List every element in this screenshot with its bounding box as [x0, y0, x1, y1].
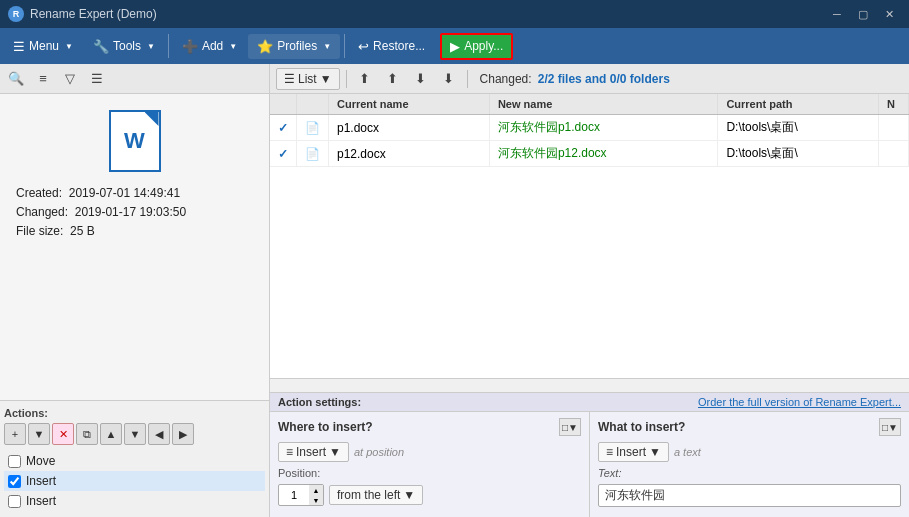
down-action-button[interactable]: ▼ [124, 423, 146, 445]
profiles-label: Profiles [277, 39, 317, 53]
maximize-button[interactable]: ▢ [851, 4, 875, 24]
tools-dropdown-arrow: ▼ [147, 42, 155, 51]
where-window-btn[interactable]: □▼ [559, 418, 581, 436]
sort-down-icon[interactable]: ⬇ [409, 68, 433, 90]
what-insert-row: ≡ Insert ▼ a text [598, 442, 901, 462]
current-path-2: D:\tools\桌面\ [718, 141, 879, 167]
sort-desc-icon[interactable]: ⬆ [381, 68, 405, 90]
restore-button[interactable]: ↩ Restore... [349, 34, 434, 59]
file-table-wrap[interactable]: Current name New name Current path N ✓ 📄… [270, 94, 909, 378]
col-new-name[interactable]: New name [489, 94, 717, 115]
n-cell-1 [879, 115, 909, 141]
table-row: ✓ 📄 p12.docx 河东软件园p12.docx D:\tools\桌面\ [270, 141, 909, 167]
sort-asc-icon[interactable]: ⬆ [353, 68, 377, 90]
action-settings-label: Action settings: [278, 396, 361, 408]
move-right-action-button[interactable]: ▶ [172, 423, 194, 445]
action-insert-2: Insert [4, 491, 265, 511]
actions-label: Actions: [4, 407, 265, 419]
minimize-button[interactable]: ─ [825, 4, 849, 24]
action-insert-1: Insert [4, 471, 265, 491]
profiles-dropdown-arrow: ▼ [323, 42, 331, 51]
toolbar-sep-1 [168, 34, 169, 58]
menu-label: Menu [29, 39, 59, 53]
position-value[interactable] [279, 487, 309, 503]
left-panel: 🔍 ≡ ▽ ☰ W Created: 2019-07-01 14:49:41 C… [0, 64, 270, 517]
toolbar-sep [346, 70, 347, 88]
list-icon[interactable]: ≡ [31, 68, 55, 90]
what-hint: a text [674, 446, 701, 458]
right-area: ☰ List ▼ ⬆ ⬆ ⬇ ⬇ Changed: 2/2 files and … [270, 64, 909, 517]
check-cell-2: ✓ [270, 141, 297, 167]
action-insert-2-label: Insert [26, 494, 56, 508]
file-table: Current name New name Current path N ✓ 📄… [270, 94, 909, 167]
bottom-settings-area: Action settings: Order the full version … [270, 392, 909, 517]
filter-icon[interactable]: ▽ [58, 68, 82, 90]
main-layout: 🔍 ≡ ▽ ☰ W Created: 2019-07-01 14:49:41 C… [0, 64, 909, 517]
action-insert-1-checkbox[interactable] [8, 475, 21, 488]
what-window-btn[interactable]: □▼ [879, 418, 901, 436]
add-action-button[interactable]: + [4, 423, 26, 445]
current-name-2: p12.docx [329, 141, 490, 167]
text-label: Text: [598, 467, 621, 479]
delete-action-button[interactable]: ✕ [52, 423, 74, 445]
file-preview: W Created: 2019-07-01 14:49:41 Changed: … [0, 94, 269, 400]
add-button[interactable]: ➕ Add ▼ [173, 34, 246, 59]
position-input[interactable]: ▲ ▼ [278, 484, 324, 506]
file-type-icon-1: 📄 [305, 121, 320, 135]
action-list: Move Insert Insert [4, 451, 265, 511]
up-action-button[interactable]: ▲ [100, 423, 122, 445]
action-insert-1-label: Insert [26, 474, 56, 488]
list-view-button[interactable]: ☰ List ▼ [276, 68, 340, 90]
file-type-icon-2: 📄 [305, 147, 320, 161]
insert-icon-2: ≡ [606, 445, 613, 459]
what-to-insert-col: What to insert? □▼ ≡ Insert ▼ a text Tex… [590, 412, 909, 517]
col-current-path[interactable]: Current path [718, 94, 879, 115]
new-name-1: 河东软件园p1.docx [489, 115, 717, 141]
add-icon: ➕ [182, 39, 198, 54]
menu-dropdown-arrow: ▼ [65, 42, 73, 51]
title-bar: R Rename Expert (Demo) ─ ▢ ✕ [0, 0, 909, 28]
action-move: Move [4, 451, 265, 471]
apply-button[interactable]: ▶ Apply... [440, 33, 513, 60]
check-cell-1: ✓ [270, 115, 297, 141]
apply-label: Apply... [464, 39, 503, 53]
add-label: Add [202, 39, 223, 53]
horizontal-scrollbar[interactable] [270, 378, 909, 392]
size-label: File size: [16, 224, 63, 238]
spin-up[interactable]: ▲ [309, 485, 323, 495]
sort-bottom-icon[interactable]: ⬇ [437, 68, 461, 90]
spin-down[interactable]: ▼ [309, 495, 323, 505]
action-move-label: Move [26, 454, 55, 468]
where-to-insert-col: Where to insert? □▼ ≡ Insert ▼ at positi… [270, 412, 590, 517]
table-row: ✓ 📄 p1.docx 河东软件园p1.docx D:\tools\桌面\ [270, 115, 909, 141]
search-icon[interactable]: 🔍 [4, 68, 28, 90]
text-label-row: Text: [598, 467, 901, 479]
from-label: from the left [337, 488, 400, 502]
profiles-button[interactable]: ⭐ Profiles ▼ [248, 34, 340, 59]
copy-action-button[interactable]: ⧉ [76, 423, 98, 445]
hamburger-icon[interactable]: ☰ [85, 68, 109, 90]
where-insert-dropdown[interactable]: ≡ Insert ▼ [278, 442, 349, 462]
menu-button[interactable]: ☰ Menu ▼ [4, 34, 82, 59]
order-link[interactable]: Order the full version of Rename Expert.… [698, 396, 901, 408]
col-n[interactable]: N [879, 94, 909, 115]
position-spinners: ▲ ▼ [309, 485, 323, 505]
file-icon-letter: W [124, 128, 145, 154]
position-row: Position: [278, 467, 581, 479]
from-left-dropdown[interactable]: from the left ▼ [329, 485, 423, 505]
action-insert-2-checkbox[interactable] [8, 495, 21, 508]
dropdown-action-button[interactable]: ▼ [28, 423, 50, 445]
type-cell-1: 📄 [297, 115, 329, 141]
move-left-action-button[interactable]: ◀ [148, 423, 170, 445]
created-label: Created: [16, 186, 62, 200]
tools-button[interactable]: 🔧 Tools ▼ [84, 34, 164, 59]
text-value[interactable]: 河东软件园 [598, 484, 901, 507]
close-button[interactable]: ✕ [877, 4, 901, 24]
where-insert-row: ≡ Insert ▼ at position [278, 442, 581, 462]
title-bar-controls: ─ ▢ ✕ [825, 4, 901, 24]
action-move-checkbox[interactable] [8, 455, 21, 468]
col-current-name[interactable]: Current name [329, 94, 490, 115]
bottom-header: Action settings: Order the full version … [270, 393, 909, 412]
what-insert-dropdown[interactable]: ≡ Insert ▼ [598, 442, 669, 462]
current-path-1: D:\tools\桌面\ [718, 115, 879, 141]
